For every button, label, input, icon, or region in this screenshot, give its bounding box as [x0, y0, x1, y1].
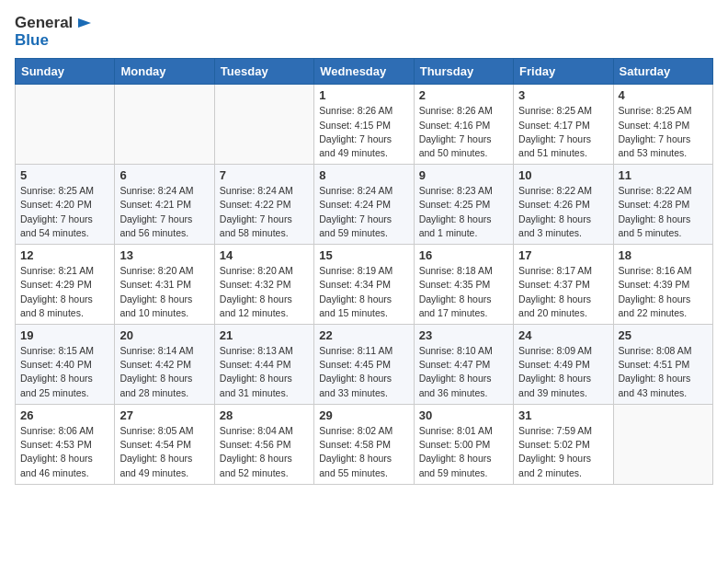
calendar-cell: 30Sunrise: 8:01 AM Sunset: 5:00 PM Dayli…: [414, 404, 513, 484]
day-number: 2: [419, 88, 508, 102]
day-number: 7: [220, 168, 309, 182]
calendar-cell: 4Sunrise: 8:25 AM Sunset: 4:18 PM Daylig…: [613, 85, 712, 165]
day-number: 13: [119, 248, 209, 262]
day-number: 29: [319, 408, 408, 422]
day-info: Sunrise: 8:25 AM Sunset: 4:17 PM Dayligh…: [518, 104, 608, 160]
day-number: 23: [419, 328, 508, 342]
day-info: Sunrise: 8:01 AM Sunset: 5:00 PM Dayligh…: [419, 424, 508, 480]
day-number: 31: [518, 408, 608, 422]
day-number: 24: [518, 328, 608, 342]
day-info: Sunrise: 8:18 AM Sunset: 4:35 PM Dayligh…: [419, 264, 508, 320]
day-info: Sunrise: 8:05 AM Sunset: 4:54 PM Dayligh…: [119, 424, 209, 480]
calendar-cell: 28Sunrise: 8:04 AM Sunset: 4:56 PM Dayli…: [214, 404, 313, 484]
logo-general-text: General: [15, 15, 73, 32]
day-number: 6: [119, 168, 209, 182]
week-row-3: 12Sunrise: 8:21 AM Sunset: 4:29 PM Dayli…: [16, 245, 713, 325]
logo: GeneralBlue: [15, 15, 91, 49]
week-row-1: 1Sunrise: 8:26 AM Sunset: 4:15 PM Daylig…: [16, 85, 713, 165]
weekday-header-saturday: Saturday: [613, 59, 712, 85]
day-number: 3: [518, 88, 608, 102]
calendar-cell: 23Sunrise: 8:10 AM Sunset: 4:47 PM Dayli…: [414, 325, 513, 405]
calendar-cell: 25Sunrise: 8:08 AM Sunset: 4:51 PM Dayli…: [613, 325, 712, 405]
day-number: 16: [419, 248, 508, 262]
day-number: 12: [20, 248, 109, 262]
header: GeneralBlue: [15, 15, 713, 49]
calendar-cell: [613, 404, 712, 484]
day-info: Sunrise: 8:09 AM Sunset: 4:49 PM Dayligh…: [518, 344, 608, 400]
day-info: Sunrise: 8:22 AM Sunset: 4:28 PM Dayligh…: [619, 184, 708, 240]
day-info: Sunrise: 8:24 AM Sunset: 4:24 PM Dayligh…: [319, 184, 408, 240]
day-info: Sunrise: 8:20 AM Sunset: 4:31 PM Dayligh…: [119, 264, 209, 320]
logo-arrow-icon: [74, 15, 91, 31]
calendar-cell: 9Sunrise: 8:23 AM Sunset: 4:25 PM Daylig…: [414, 165, 513, 245]
day-number: 26: [20, 408, 109, 422]
calendar-cell: 11Sunrise: 8:22 AM Sunset: 4:28 PM Dayli…: [613, 165, 712, 245]
calendar-cell: 1Sunrise: 8:26 AM Sunset: 4:15 PM Daylig…: [314, 85, 414, 165]
calendar-cell: 5Sunrise: 8:25 AM Sunset: 4:20 PM Daylig…: [16, 165, 115, 245]
calendar-cell: [16, 85, 115, 165]
day-number: 10: [518, 168, 608, 182]
day-info: Sunrise: 8:23 AM Sunset: 4:25 PM Dayligh…: [419, 184, 508, 240]
calendar-cell: 7Sunrise: 8:24 AM Sunset: 4:22 PM Daylig…: [214, 165, 313, 245]
calendar-cell: 27Sunrise: 8:05 AM Sunset: 4:54 PM Dayli…: [115, 404, 214, 484]
svg-marker-0: [78, 18, 91, 28]
weekday-header-thursday: Thursday: [414, 59, 513, 85]
day-info: Sunrise: 8:25 AM Sunset: 4:18 PM Dayligh…: [619, 104, 708, 160]
calendar-cell: [115, 85, 214, 165]
weekday-header-sunday: Sunday: [16, 59, 115, 85]
day-info: Sunrise: 8:06 AM Sunset: 4:53 PM Dayligh…: [20, 424, 109, 480]
day-number: 14: [220, 248, 309, 262]
day-number: 19: [20, 328, 109, 342]
day-number: 21: [220, 328, 309, 342]
weekday-header-row: SundayMondayTuesdayWednesdayThursdayFrid…: [16, 59, 713, 85]
day-info: Sunrise: 8:25 AM Sunset: 4:20 PM Dayligh…: [20, 184, 109, 240]
calendar-cell: 3Sunrise: 8:25 AM Sunset: 4:17 PM Daylig…: [514, 85, 613, 165]
day-info: Sunrise: 8:22 AM Sunset: 4:26 PM Dayligh…: [518, 184, 608, 240]
day-number: 18: [619, 248, 708, 262]
calendar-cell: [214, 85, 313, 165]
calendar-cell: 13Sunrise: 8:20 AM Sunset: 4:31 PM Dayli…: [115, 245, 214, 325]
calendar-cell: 2Sunrise: 8:26 AM Sunset: 4:16 PM Daylig…: [414, 85, 513, 165]
day-info: Sunrise: 8:24 AM Sunset: 4:22 PM Dayligh…: [220, 184, 309, 240]
week-row-5: 26Sunrise: 8:06 AM Sunset: 4:53 PM Dayli…: [16, 404, 713, 484]
day-number: 8: [319, 168, 408, 182]
day-info: Sunrise: 8:08 AM Sunset: 4:51 PM Dayligh…: [619, 344, 708, 400]
calendar-cell: 21Sunrise: 8:13 AM Sunset: 4:44 PM Dayli…: [214, 325, 313, 405]
day-info: Sunrise: 8:15 AM Sunset: 4:40 PM Dayligh…: [20, 344, 109, 400]
calendar-cell: 29Sunrise: 8:02 AM Sunset: 4:58 PM Dayli…: [314, 404, 414, 484]
calendar-cell: 8Sunrise: 8:24 AM Sunset: 4:24 PM Daylig…: [314, 165, 414, 245]
day-info: Sunrise: 8:26 AM Sunset: 4:15 PM Dayligh…: [319, 104, 408, 160]
day-number: 15: [319, 248, 408, 262]
day-info: Sunrise: 8:02 AM Sunset: 4:58 PM Dayligh…: [319, 424, 408, 480]
day-info: Sunrise: 8:20 AM Sunset: 4:32 PM Dayligh…: [220, 264, 309, 320]
calendar-cell: 24Sunrise: 8:09 AM Sunset: 4:49 PM Dayli…: [514, 325, 613, 405]
weekday-header-tuesday: Tuesday: [214, 59, 313, 85]
day-number: 9: [419, 168, 508, 182]
calendar-cell: 18Sunrise: 8:16 AM Sunset: 4:39 PM Dayli…: [613, 245, 712, 325]
day-number: 27: [119, 408, 209, 422]
day-info: Sunrise: 8:04 AM Sunset: 4:56 PM Dayligh…: [220, 424, 309, 480]
day-number: 1: [319, 88, 408, 102]
day-info: Sunrise: 8:11 AM Sunset: 4:45 PM Dayligh…: [319, 344, 408, 400]
calendar-cell: 19Sunrise: 8:15 AM Sunset: 4:40 PM Dayli…: [16, 325, 115, 405]
calendar-cell: 31Sunrise: 7:59 AM Sunset: 5:02 PM Dayli…: [514, 404, 613, 484]
day-number: 5: [20, 168, 109, 182]
weekday-header-friday: Friday: [514, 59, 613, 85]
calendar-cell: 22Sunrise: 8:11 AM Sunset: 4:45 PM Dayli…: [314, 325, 414, 405]
day-info: Sunrise: 7:59 AM Sunset: 5:02 PM Dayligh…: [518, 424, 608, 480]
calendar-cell: 12Sunrise: 8:21 AM Sunset: 4:29 PM Dayli…: [16, 245, 115, 325]
calendar-cell: 26Sunrise: 8:06 AM Sunset: 4:53 PM Dayli…: [16, 404, 115, 484]
calendar-cell: 10Sunrise: 8:22 AM Sunset: 4:26 PM Dayli…: [514, 165, 613, 245]
calendar-cell: 16Sunrise: 8:18 AM Sunset: 4:35 PM Dayli…: [414, 245, 513, 325]
day-number: 22: [319, 328, 408, 342]
day-info: Sunrise: 8:14 AM Sunset: 4:42 PM Dayligh…: [119, 344, 209, 400]
day-info: Sunrise: 8:13 AM Sunset: 4:44 PM Dayligh…: [220, 344, 309, 400]
day-info: Sunrise: 8:24 AM Sunset: 4:21 PM Dayligh…: [119, 184, 209, 240]
calendar-cell: 6Sunrise: 8:24 AM Sunset: 4:21 PM Daylig…: [115, 165, 214, 245]
weekday-header-monday: Monday: [115, 59, 214, 85]
day-number: 30: [419, 408, 508, 422]
logo-blue-text: Blue: [15, 32, 91, 50]
day-number: 28: [220, 408, 309, 422]
day-info: Sunrise: 8:10 AM Sunset: 4:47 PM Dayligh…: [419, 344, 508, 400]
day-info: Sunrise: 8:19 AM Sunset: 4:34 PM Dayligh…: [319, 264, 408, 320]
